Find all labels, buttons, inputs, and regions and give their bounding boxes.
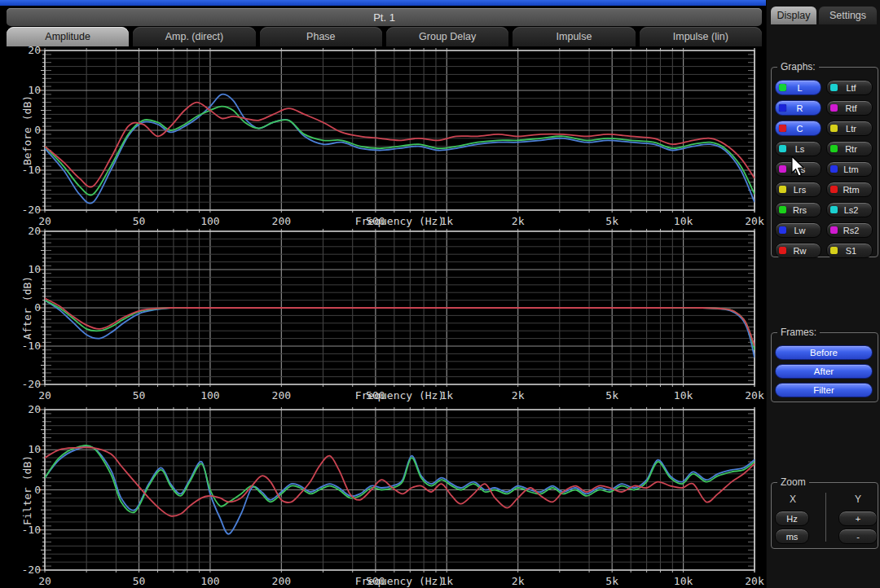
graph-button-rs2[interactable]: Rs2	[826, 222, 873, 238]
graph-button-rtf[interactable]: Rtf	[826, 100, 873, 116]
channel-color-swatch	[779, 165, 786, 173]
graph-button-rw[interactable]: Rw	[775, 243, 821, 258]
channel-color-swatch	[779, 104, 786, 112]
channel-color-swatch	[830, 247, 838, 254]
channel-label: Ltf	[838, 83, 865, 93]
zoom-group: Zoom X Y Hz ms + -	[771, 482, 878, 549]
curve-before-l	[45, 107, 755, 195]
panel-tab-settings[interactable]: Settings	[819, 7, 877, 24]
side-panel: DisplaySettings Graphs: LLtfRRtfCLtrLsRt…	[766, 0, 880, 588]
graph-button-r[interactable]: R	[775, 100, 821, 116]
zoom-minus-button[interactable]: -	[838, 529, 878, 544]
graph-button-ls2[interactable]: Ls2	[826, 202, 873, 217]
zoom-group-label: Zoom	[777, 476, 809, 488]
channel-color-swatch	[830, 206, 838, 213]
zoom-plus-label: +	[856, 514, 860, 524]
zoom-ms-label: ms	[786, 532, 799, 542]
graph-button-rtm[interactable]: Rtm	[826, 182, 873, 197]
graph-button-ltr[interactable]: Ltr	[826, 121, 873, 136]
channel-label: S1	[838, 246, 865, 256]
frame-button-after[interactable]: After	[775, 364, 873, 379]
graph-button-ls[interactable]: Ls	[775, 141, 821, 156]
channel-color-swatch	[830, 226, 838, 234]
channel-color-swatch	[830, 145, 838, 152]
channel-color-swatch	[830, 104, 838, 112]
zoom-y-label: Y	[842, 494, 874, 505]
channel-label: Ltr	[838, 124, 865, 134]
frames-group: Frames: BeforeAfterFilter	[771, 332, 878, 402]
graph-button-rtr[interactable]: Rtr	[826, 141, 873, 156]
channel-color-swatch	[779, 247, 786, 254]
channel-label: Ltm	[838, 165, 865, 174]
zoom-x-label: X	[777, 494, 809, 505]
zoom-ms-button[interactable]: ms	[775, 529, 809, 544]
channel-label: Lw	[786, 226, 813, 235]
graph-button-lw[interactable]: Lw	[775, 222, 821, 238]
curve-before-c	[45, 103, 755, 187]
channel-label: Rtf	[838, 103, 865, 113]
graph-button-lrs[interactable]: Lrs	[775, 182, 821, 197]
channel-label: Rw	[786, 246, 813, 256]
channel-label: Rtm	[838, 185, 865, 195]
curve-after-c	[45, 298, 755, 346]
frame-buttons: BeforeAfterFilter	[775, 345, 873, 397]
app-window: Pt. 1 AmplitudeAmp. (direct)PhaseGroup D…	[0, 0, 880, 588]
panel-tab-display[interactable]: Display	[771, 7, 816, 24]
channel-color-swatch	[830, 84, 838, 91]
channel-color-swatch	[779, 186, 786, 193]
channel-color-swatch	[779, 84, 786, 91]
charts-canvas	[0, 0, 766, 588]
zoom-divider	[825, 493, 826, 542]
chart-before	[39, 48, 755, 213]
channel-color-swatch	[779, 145, 786, 152]
frame-button-filter[interactable]: Filter	[775, 383, 873, 397]
curve-before-r	[45, 94, 755, 204]
channel-color-swatch	[779, 226, 786, 234]
channel-color-swatch	[779, 206, 786, 213]
graph-button-c[interactable]: C	[775, 121, 821, 136]
chart-after	[39, 229, 755, 387]
channel-label: Rtr	[838, 144, 865, 154]
chart-filter	[39, 407, 755, 573]
channel-label: R	[786, 103, 813, 113]
zoom-hz-label: Hz	[786, 514, 797, 524]
graph-button-ltm[interactable]: Ltm	[826, 161, 873, 177]
graph-button-rrs[interactable]: Rrs	[775, 202, 821, 217]
channel-label: Lrs	[786, 185, 813, 195]
zoom-minus-label: -	[856, 532, 860, 542]
graph-button-ltf[interactable]: Ltf	[826, 80, 873, 95]
channel-color-swatch	[779, 125, 786, 132]
channel-label: C	[786, 124, 813, 134]
graphs-group-label: Graphs:	[777, 61, 819, 72]
channel-color-swatch	[830, 165, 838, 173]
graph-button-s1[interactable]: S1	[826, 243, 873, 258]
channel-label: Ls2	[838, 205, 865, 215]
channel-label: Rrs	[786, 205, 813, 215]
zoom-hz-button[interactable]: Hz	[775, 511, 809, 526]
zoom-plus-button[interactable]: +	[838, 511, 878, 526]
graph-button-l[interactable]: L	[775, 80, 821, 95]
channel-label: Rs2	[838, 226, 865, 235]
frames-group-label: Frames:	[777, 327, 820, 338]
mouse-cursor	[790, 156, 806, 178]
frame-button-before[interactable]: Before	[775, 345, 873, 360]
channel-label: Ls	[786, 144, 813, 154]
channel-label: L	[786, 83, 813, 93]
channel-color-swatch	[830, 186, 838, 193]
channel-color-swatch	[830, 125, 838, 132]
graphs-group: Graphs: LLtfRRtfCLtrLsRtrRsLtmLrsRtmRrsL…	[771, 67, 878, 257]
